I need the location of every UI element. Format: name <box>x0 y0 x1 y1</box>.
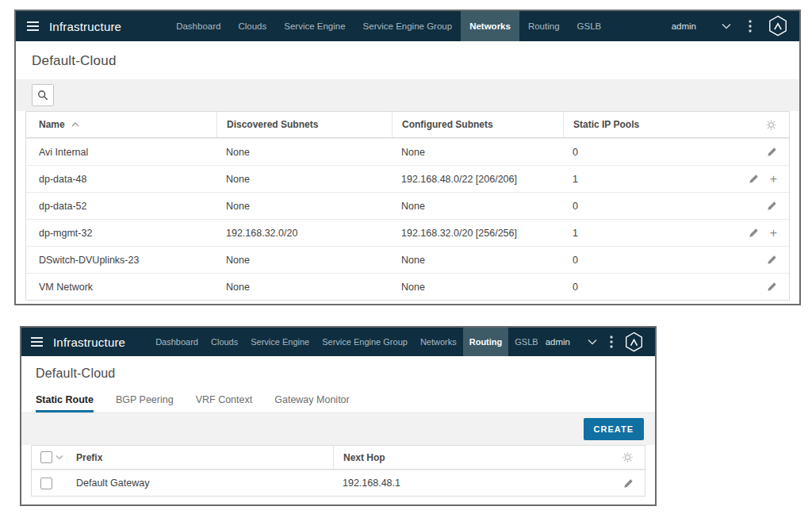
nav-item-service-engine-group[interactable]: Service Engine Group <box>354 11 462 41</box>
top-navbar: Infrastructure Dashboard Clouds Service … <box>16 11 799 41</box>
search-icon <box>37 90 48 101</box>
cell-pools: 0 <box>563 274 722 300</box>
cell-configured: None <box>392 274 563 300</box>
nav-item-dashboard[interactable]: Dashboard <box>149 328 205 356</box>
column-header-configured-subnets[interactable]: Configured Subnets <box>392 112 563 137</box>
tab-gateway-monitor[interactable]: Gateway Monitor <box>274 394 349 412</box>
column-settings-cell <box>722 112 789 137</box>
table-row[interactable]: dp-data-48 None 192.168.48.0/22 [206/206… <box>26 165 789 192</box>
add-plus-icon[interactable]: + <box>770 227 777 240</box>
select-all-cell <box>32 446 67 469</box>
networks-window: Infrastructure Dashboard Clouds Service … <box>14 10 801 305</box>
nav-item-routing[interactable]: Routing <box>463 328 509 356</box>
edit-pencil-icon[interactable] <box>623 478 634 489</box>
gear-icon[interactable] <box>622 451 634 463</box>
edit-pencil-icon[interactable] <box>749 228 759 238</box>
cell-pools: 0 <box>563 247 722 273</box>
table-row[interactable]: VM Network None None 0 + <box>26 273 789 300</box>
page-title: Default-Cloud <box>32 53 783 69</box>
column-header-prefix[interactable]: Prefix <box>67 446 333 469</box>
column-header-next-hop[interactable]: Next Hop <box>333 446 597 469</box>
table-row[interactable]: DSwitch-DVUplinks-23 None None 0 + <box>26 246 789 273</box>
nav-item-service-engine[interactable]: Service Engine <box>275 11 354 41</box>
nav-item-service-engine[interactable]: Service Engine <box>244 328 316 356</box>
cell-pools: 1 <box>563 166 722 192</box>
column-settings-cell <box>597 446 645 469</box>
navbar-right-group: admin <box>546 328 655 356</box>
edit-pencil-icon[interactable] <box>767 255 777 265</box>
hamburger-menu-icon[interactable] <box>27 21 39 31</box>
nav-item-networks[interactable]: Networks <box>414 328 463 356</box>
table-toolbar: CREATE <box>21 413 655 445</box>
table-toolbar <box>16 79 799 111</box>
cell-pools: 0 <box>563 193 722 219</box>
cell-configured: 192.168.32.0/20 [256/256] <box>392 220 563 246</box>
cell-discovered: None <box>216 247 392 273</box>
search-button[interactable] <box>32 84 54 106</box>
column-header-discovered-subnets[interactable]: Discovered Subnets <box>216 112 392 137</box>
avi-logo-icon[interactable] <box>768 15 788 37</box>
cell-configured: None <box>392 247 563 273</box>
edit-pencil-icon[interactable] <box>767 201 777 211</box>
nav-item-clouds[interactable]: Clouds <box>229 11 275 41</box>
edit-pencil-icon[interactable] <box>767 282 777 292</box>
kebab-menu-icon[interactable] <box>749 20 752 33</box>
cell-name: VM Network <box>26 274 216 300</box>
nav-item-gslb[interactable]: GSLB <box>508 328 544 356</box>
cell-name: Avi Internal <box>26 139 216 165</box>
cell-configured: 192.168.48.0/22 [206/206] <box>392 166 563 192</box>
cell-configured: None <box>392 139 563 165</box>
table-row[interactable]: dp-mgmt-32 192.168.32.0/20 192.168.32.0/… <box>26 219 789 246</box>
row-checkbox[interactable] <box>40 478 52 489</box>
table-row[interactable]: Default Gateway 192.168.48.1 <box>32 470 645 496</box>
nav-item-clouds[interactable]: Clouds <box>205 328 244 356</box>
edit-pencil-icon[interactable] <box>749 174 759 184</box>
cell-pools: 0 <box>563 139 722 165</box>
chevron-down-icon[interactable] <box>588 339 597 345</box>
add-plus-icon[interactable]: + <box>770 173 777 186</box>
nav-item-routing[interactable]: Routing <box>519 11 569 41</box>
row-select-cell <box>32 470 67 496</box>
table-row[interactable]: Avi Internal None None 0 + <box>26 138 789 165</box>
edit-pencil-icon[interactable] <box>767 147 777 157</box>
user-menu[interactable]: admin <box>546 337 570 347</box>
create-button[interactable]: CREATE <box>584 418 644 440</box>
kebab-menu-icon[interactable] <box>610 336 613 348</box>
gear-icon[interactable] <box>765 119 777 131</box>
cell-name: DSwitch-DVUplinks-23 <box>26 247 216 273</box>
nav-item-networks[interactable]: Networks <box>461 11 519 41</box>
nav-item-gslb[interactable]: GSLB <box>569 11 611 41</box>
static-routes-table-header: Prefix Next Hop <box>32 446 645 470</box>
column-header-name[interactable]: Name <box>26 112 216 137</box>
nav-item-service-engine-group[interactable]: Service Engine Group <box>316 328 414 356</box>
cell-discovered: 192.168.32.0/20 <box>216 220 392 246</box>
nav-item-dashboard[interactable]: Dashboard <box>167 11 229 41</box>
networks-table-header: Name Discovered Subnets Configured Subne… <box>26 112 789 138</box>
tab-static-route[interactable]: Static Route <box>36 394 94 412</box>
cell-discovered: None <box>216 139 392 165</box>
page-title: Default-Cloud <box>36 366 641 381</box>
cell-name: dp-data-52 <box>26 193 216 219</box>
cell-next-hop: 192.168.48.1 <box>333 470 597 496</box>
screenshot-canvas: Infrastructure Dashboard Clouds Service … <box>0 0 812 514</box>
cell-name: dp-data-48 <box>26 166 216 192</box>
tab-bgp-peering[interactable]: BGP Peering <box>116 394 174 412</box>
tab-vrf-context[interactable]: VRF Context <box>196 394 253 412</box>
hamburger-menu-icon[interactable] <box>31 337 43 347</box>
avi-logo-icon[interactable] <box>624 332 644 353</box>
networks-table: Name Discovered Subnets Configured Subne… <box>25 111 790 301</box>
select-all-checkbox[interactable] <box>40 451 52 463</box>
select-dropdown-chevron-icon[interactable] <box>56 455 63 460</box>
routing-tabs: Static Route BGP Peering VRF Context Gat… <box>21 389 655 413</box>
column-header-static-ip-pools[interactable]: Static IP Pools <box>563 112 722 137</box>
table-row[interactable]: dp-data-52 None None 0 + <box>26 192 789 219</box>
chevron-down-icon[interactable] <box>722 23 731 29</box>
user-menu[interactable]: admin <box>672 21 696 31</box>
cell-discovered: None <box>216 166 392 192</box>
static-routes-table: Prefix Next Hop Default Gateway 192.168.… <box>31 445 645 497</box>
cell-pools: 1 <box>563 220 722 246</box>
app-title: Infrastructure <box>53 336 125 349</box>
cell-configured: None <box>392 193 563 219</box>
cell-discovered: None <box>216 193 392 219</box>
main-nav: Dashboard Clouds Service Engine Service … <box>149 328 544 356</box>
